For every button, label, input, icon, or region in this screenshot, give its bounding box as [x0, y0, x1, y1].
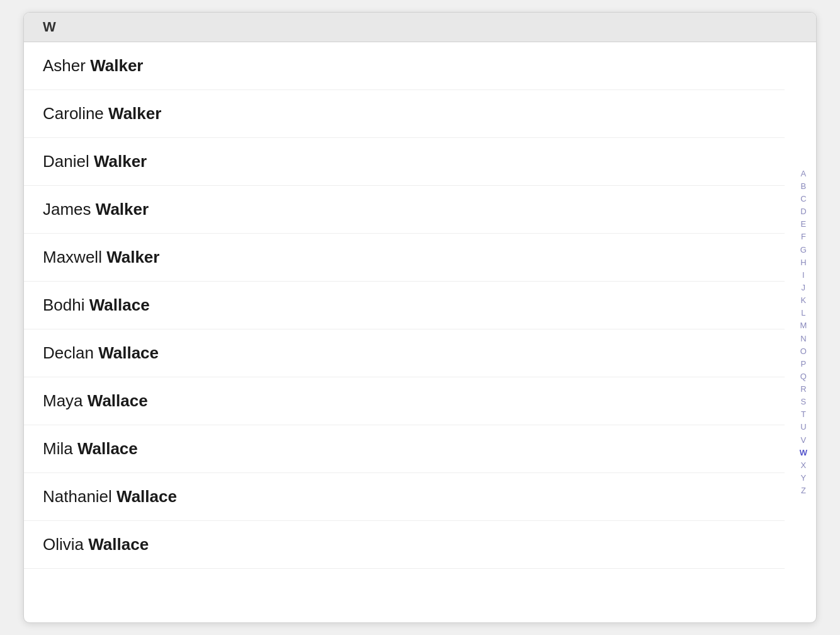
list-item[interactable]: Bodhi Wallace: [24, 282, 785, 329]
list-item[interactable]: Nathaniel Wallace: [24, 473, 785, 521]
alpha-letter-r[interactable]: R: [798, 383, 809, 396]
contact-name: Olivia Wallace: [43, 535, 149, 554]
contact-name: Daniel Walker: [43, 152, 147, 171]
alpha-letter-x[interactable]: X: [798, 459, 809, 472]
contact-name: Maya Wallace: [43, 391, 148, 410]
alpha-letter-f[interactable]: F: [798, 231, 809, 243]
alpha-letter-w[interactable]: W: [797, 447, 810, 459]
alpha-letter-u[interactable]: U: [798, 421, 809, 433]
list-item[interactable]: James Walker: [24, 186, 785, 234]
contact-name: Nathaniel Wallace: [43, 487, 177, 506]
list-item[interactable]: Declan Wallace: [24, 329, 785, 377]
alpha-letter-h[interactable]: H: [798, 256, 809, 269]
alpha-letter-o[interactable]: O: [798, 345, 809, 358]
alpha-letter-m[interactable]: M: [797, 319, 809, 332]
alpha-letter-i[interactable]: I: [800, 269, 807, 282]
list-item[interactable]: Olivia Wallace: [24, 521, 785, 569]
alpha-letter-v[interactable]: V: [798, 434, 809, 447]
alpha-letter-l[interactable]: L: [798, 307, 808, 319]
alpha-letter-k[interactable]: K: [798, 294, 809, 307]
main-container: W Asher WalkerCaroline WalkerDaniel Walk…: [23, 12, 817, 623]
contacts-list[interactable]: Asher WalkerCaroline WalkerDaniel Walker…: [24, 42, 816, 622]
contact-name: Asher Walker: [43, 56, 143, 75]
alpha-letter-b[interactable]: B: [798, 180, 809, 193]
alpha-letter-c[interactable]: C: [798, 193, 809, 205]
alpha-index: ABCDEFGHIJKLMNOPQRSTUVWXYZ: [797, 42, 810, 622]
list-item[interactable]: Mila Wallace: [24, 425, 785, 473]
contact-name: Mila Wallace: [43, 439, 138, 458]
alpha-letter-a[interactable]: A: [798, 168, 809, 180]
alpha-letter-z[interactable]: Z: [798, 484, 809, 497]
alpha-letter-y[interactable]: Y: [798, 472, 809, 484]
contact-name: Declan Wallace: [43, 343, 159, 362]
alpha-letter-e[interactable]: E: [798, 218, 809, 231]
list-item[interactable]: Daniel Walker: [24, 138, 785, 186]
list-item[interactable]: Maya Wallace: [24, 377, 785, 425]
list-item[interactable]: Maxwell Walker: [24, 234, 785, 282]
alpha-letter-n[interactable]: N: [798, 333, 809, 345]
contact-name: James Walker: [43, 200, 149, 219]
alpha-letter-s[interactable]: S: [798, 396, 809, 408]
contact-name: Maxwell Walker: [43, 248, 159, 266]
contact-name: Caroline Walker: [43, 104, 161, 123]
alpha-letter-q[interactable]: Q: [798, 370, 809, 383]
contact-name: Bodhi Wallace: [43, 295, 150, 314]
list-item[interactable]: Asher Walker: [24, 42, 785, 90]
alpha-letter-p[interactable]: P: [798, 358, 809, 370]
list-item[interactable]: Caroline Walker: [24, 90, 785, 138]
alpha-letter-j[interactable]: J: [799, 282, 809, 294]
section-header: W: [24, 13, 816, 42]
alpha-letter-t[interactable]: T: [798, 408, 809, 421]
section-header-label: W: [43, 19, 56, 35]
alpha-letter-d[interactable]: D: [798, 205, 809, 218]
alpha-letter-g[interactable]: G: [798, 244, 809, 256]
